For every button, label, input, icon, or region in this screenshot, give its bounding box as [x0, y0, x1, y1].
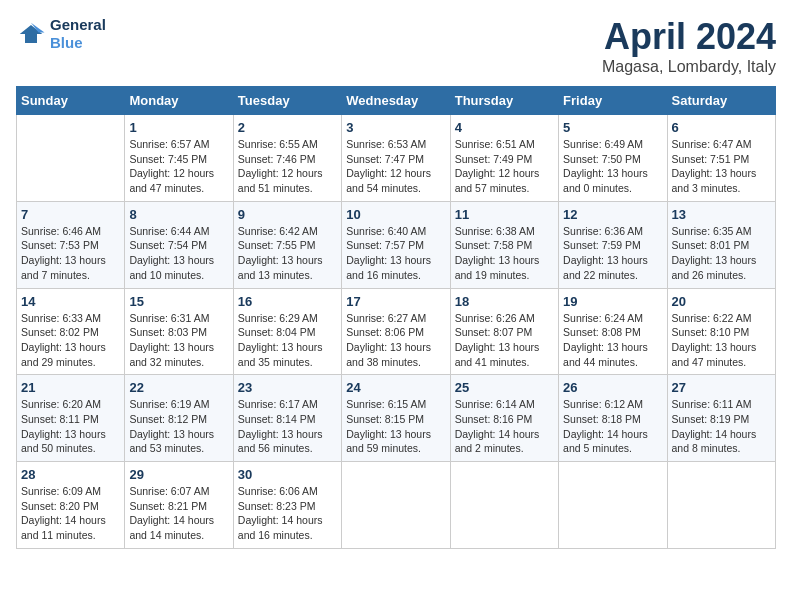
- calendar-cell: 12Sunrise: 6:36 AM Sunset: 7:59 PM Dayli…: [559, 201, 667, 288]
- day-number: 3: [346, 120, 445, 135]
- day-info: Sunrise: 6:40 AM Sunset: 7:57 PM Dayligh…: [346, 224, 445, 283]
- calendar-cell: 5Sunrise: 6:49 AM Sunset: 7:50 PM Daylig…: [559, 115, 667, 202]
- day-number: 2: [238, 120, 337, 135]
- col-header-thursday: Thursday: [450, 87, 558, 115]
- day-info: Sunrise: 6:38 AM Sunset: 7:58 PM Dayligh…: [455, 224, 554, 283]
- col-header-tuesday: Tuesday: [233, 87, 341, 115]
- calendar-cell: [559, 462, 667, 549]
- calendar-cell: 25Sunrise: 6:14 AM Sunset: 8:16 PM Dayli…: [450, 375, 558, 462]
- day-info: Sunrise: 6:24 AM Sunset: 8:08 PM Dayligh…: [563, 311, 662, 370]
- calendar-cell: 10Sunrise: 6:40 AM Sunset: 7:57 PM Dayli…: [342, 201, 450, 288]
- day-info: Sunrise: 6:55 AM Sunset: 7:46 PM Dayligh…: [238, 137, 337, 196]
- day-number: 4: [455, 120, 554, 135]
- col-header-saturday: Saturday: [667, 87, 775, 115]
- title-block: April 2024 Magasa, Lombardy, Italy: [602, 16, 776, 76]
- day-number: 14: [21, 294, 120, 309]
- calendar-table: SundayMondayTuesdayWednesdayThursdayFrid…: [16, 86, 776, 549]
- day-number: 16: [238, 294, 337, 309]
- calendar-cell: 24Sunrise: 6:15 AM Sunset: 8:15 PM Dayli…: [342, 375, 450, 462]
- calendar-cell: 19Sunrise: 6:24 AM Sunset: 8:08 PM Dayli…: [559, 288, 667, 375]
- calendar-cell: 15Sunrise: 6:31 AM Sunset: 8:03 PM Dayli…: [125, 288, 233, 375]
- calendar-cell: 4Sunrise: 6:51 AM Sunset: 7:49 PM Daylig…: [450, 115, 558, 202]
- day-info: Sunrise: 6:09 AM Sunset: 8:20 PM Dayligh…: [21, 484, 120, 543]
- calendar-cell: 2Sunrise: 6:55 AM Sunset: 7:46 PM Daylig…: [233, 115, 341, 202]
- month-year-title: April 2024: [602, 16, 776, 58]
- day-number: 5: [563, 120, 662, 135]
- calendar-cell: 27Sunrise: 6:11 AM Sunset: 8:19 PM Dayli…: [667, 375, 775, 462]
- calendar-cell: 13Sunrise: 6:35 AM Sunset: 8:01 PM Dayli…: [667, 201, 775, 288]
- day-info: Sunrise: 6:12 AM Sunset: 8:18 PM Dayligh…: [563, 397, 662, 456]
- calendar-cell: 3Sunrise: 6:53 AM Sunset: 7:47 PM Daylig…: [342, 115, 450, 202]
- calendar-cell: 1Sunrise: 6:57 AM Sunset: 7:45 PM Daylig…: [125, 115, 233, 202]
- calendar-cell: 7Sunrise: 6:46 AM Sunset: 7:53 PM Daylig…: [17, 201, 125, 288]
- day-info: Sunrise: 6:33 AM Sunset: 8:02 PM Dayligh…: [21, 311, 120, 370]
- day-number: 19: [563, 294, 662, 309]
- page-header: General Blue April 2024 Magasa, Lombardy…: [16, 16, 776, 76]
- day-info: Sunrise: 6:35 AM Sunset: 8:01 PM Dayligh…: [672, 224, 771, 283]
- day-number: 28: [21, 467, 120, 482]
- day-info: Sunrise: 6:15 AM Sunset: 8:15 PM Dayligh…: [346, 397, 445, 456]
- day-info: Sunrise: 6:17 AM Sunset: 8:14 PM Dayligh…: [238, 397, 337, 456]
- day-number: 9: [238, 207, 337, 222]
- day-info: Sunrise: 6:31 AM Sunset: 8:03 PM Dayligh…: [129, 311, 228, 370]
- day-number: 29: [129, 467, 228, 482]
- calendar-cell: 17Sunrise: 6:27 AM Sunset: 8:06 PM Dayli…: [342, 288, 450, 375]
- calendar-cell: 29Sunrise: 6:07 AM Sunset: 8:21 PM Dayli…: [125, 462, 233, 549]
- day-number: 12: [563, 207, 662, 222]
- col-header-monday: Monday: [125, 87, 233, 115]
- calendar-cell: 11Sunrise: 6:38 AM Sunset: 7:58 PM Dayli…: [450, 201, 558, 288]
- day-number: 13: [672, 207, 771, 222]
- calendar-cell: [342, 462, 450, 549]
- day-number: 30: [238, 467, 337, 482]
- calendar-cell: 30Sunrise: 6:06 AM Sunset: 8:23 PM Dayli…: [233, 462, 341, 549]
- day-number: 26: [563, 380, 662, 395]
- col-header-sunday: Sunday: [17, 87, 125, 115]
- calendar-cell: 23Sunrise: 6:17 AM Sunset: 8:14 PM Dayli…: [233, 375, 341, 462]
- day-number: 15: [129, 294, 228, 309]
- calendar-cell: [17, 115, 125, 202]
- logo-text: General Blue: [50, 16, 106, 52]
- day-number: 21: [21, 380, 120, 395]
- col-header-friday: Friday: [559, 87, 667, 115]
- calendar-cell: 18Sunrise: 6:26 AM Sunset: 8:07 PM Dayli…: [450, 288, 558, 375]
- day-info: Sunrise: 6:47 AM Sunset: 7:51 PM Dayligh…: [672, 137, 771, 196]
- calendar-cell: [450, 462, 558, 549]
- calendar-cell: 16Sunrise: 6:29 AM Sunset: 8:04 PM Dayli…: [233, 288, 341, 375]
- day-info: Sunrise: 6:20 AM Sunset: 8:11 PM Dayligh…: [21, 397, 120, 456]
- day-info: Sunrise: 6:49 AM Sunset: 7:50 PM Dayligh…: [563, 137, 662, 196]
- day-number: 20: [672, 294, 771, 309]
- calendar-cell: 14Sunrise: 6:33 AM Sunset: 8:02 PM Dayli…: [17, 288, 125, 375]
- col-header-wednesday: Wednesday: [342, 87, 450, 115]
- day-info: Sunrise: 6:36 AM Sunset: 7:59 PM Dayligh…: [563, 224, 662, 283]
- day-number: 11: [455, 207, 554, 222]
- day-info: Sunrise: 6:11 AM Sunset: 8:19 PM Dayligh…: [672, 397, 771, 456]
- calendar-cell: [667, 462, 775, 549]
- logo-icon: [16, 19, 46, 49]
- day-info: Sunrise: 6:51 AM Sunset: 7:49 PM Dayligh…: [455, 137, 554, 196]
- day-info: Sunrise: 6:06 AM Sunset: 8:23 PM Dayligh…: [238, 484, 337, 543]
- calendar-cell: 26Sunrise: 6:12 AM Sunset: 8:18 PM Dayli…: [559, 375, 667, 462]
- day-number: 22: [129, 380, 228, 395]
- day-info: Sunrise: 6:26 AM Sunset: 8:07 PM Dayligh…: [455, 311, 554, 370]
- day-number: 25: [455, 380, 554, 395]
- day-info: Sunrise: 6:44 AM Sunset: 7:54 PM Dayligh…: [129, 224, 228, 283]
- calendar-cell: 22Sunrise: 6:19 AM Sunset: 8:12 PM Dayli…: [125, 375, 233, 462]
- day-info: Sunrise: 6:42 AM Sunset: 7:55 PM Dayligh…: [238, 224, 337, 283]
- svg-marker-0: [20, 25, 43, 43]
- day-info: Sunrise: 6:46 AM Sunset: 7:53 PM Dayligh…: [21, 224, 120, 283]
- calendar-cell: 21Sunrise: 6:20 AM Sunset: 8:11 PM Dayli…: [17, 375, 125, 462]
- day-info: Sunrise: 6:53 AM Sunset: 7:47 PM Dayligh…: [346, 137, 445, 196]
- day-number: 17: [346, 294, 445, 309]
- day-number: 24: [346, 380, 445, 395]
- calendar-cell: 6Sunrise: 6:47 AM Sunset: 7:51 PM Daylig…: [667, 115, 775, 202]
- logo: General Blue: [16, 16, 106, 52]
- day-number: 6: [672, 120, 771, 135]
- day-number: 18: [455, 294, 554, 309]
- day-info: Sunrise: 6:27 AM Sunset: 8:06 PM Dayligh…: [346, 311, 445, 370]
- location-subtitle: Magasa, Lombardy, Italy: [602, 58, 776, 76]
- calendar-cell: 8Sunrise: 6:44 AM Sunset: 7:54 PM Daylig…: [125, 201, 233, 288]
- day-number: 1: [129, 120, 228, 135]
- day-number: 7: [21, 207, 120, 222]
- day-info: Sunrise: 6:19 AM Sunset: 8:12 PM Dayligh…: [129, 397, 228, 456]
- calendar-cell: 9Sunrise: 6:42 AM Sunset: 7:55 PM Daylig…: [233, 201, 341, 288]
